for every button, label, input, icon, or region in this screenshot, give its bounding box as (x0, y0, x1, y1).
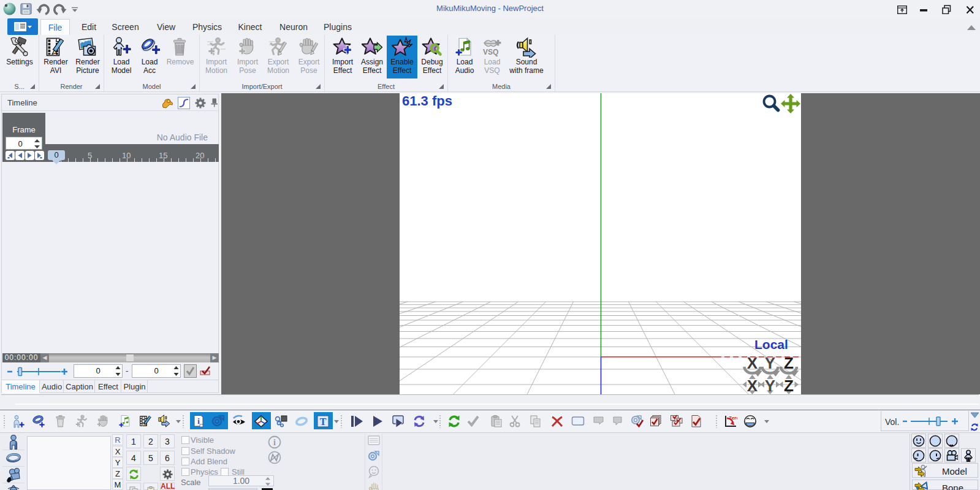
svg-text:Z: Z (784, 354, 794, 372)
svg-text:Y: Y (765, 377, 775, 394)
svg-text:T: T (320, 416, 327, 427)
svg-text:Z: Z (784, 377, 794, 394)
svg-text:X: X (747, 354, 758, 372)
svg-text:VSQ: VSQ (483, 48, 498, 56)
svg-text:i: i (273, 438, 276, 447)
svg-text:Y: Y (765, 354, 775, 372)
svg-text:Zero: Zero (729, 415, 737, 421)
svg-text:X: X (747, 377, 758, 394)
svg-text:i: i (197, 416, 200, 426)
